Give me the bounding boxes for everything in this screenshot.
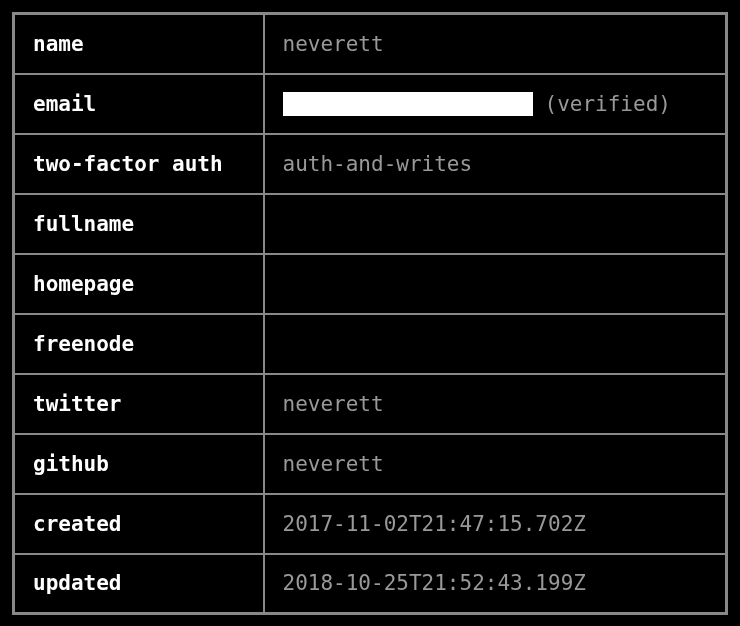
profile-table: name neverett email (verified) two-facto… [12,12,728,615]
table-row: updated 2018-10-25T21:52:43.199Z [14,554,727,614]
email-label: email [14,74,264,134]
table-row: freenode [14,314,727,374]
updated-label: updated [14,554,264,614]
table-row: homepage [14,254,727,314]
table-row: name neverett [14,14,727,74]
table-row: two-factor auth auth-and-writes [14,134,727,194]
name-label: name [14,14,264,74]
table-row: fullname [14,194,727,254]
table-row: github neverett [14,434,727,494]
homepage-label: homepage [14,254,264,314]
created-label: created [14,494,264,554]
two-factor-label: two-factor auth [14,134,264,194]
created-value: 2017-11-02T21:47:15.702Z [264,494,727,554]
freenode-label: freenode [14,314,264,374]
homepage-value [264,254,727,314]
github-label: github [14,434,264,494]
table-row: created 2017-11-02T21:47:15.702Z [14,494,727,554]
email-value: (verified) [264,74,727,134]
email-verified-badge: (verified) [545,92,671,116]
twitter-label: twitter [14,374,264,434]
freenode-value [264,314,727,374]
name-value: neverett [264,14,727,74]
table-row: twitter neverett [14,374,727,434]
fullname-value [264,194,727,254]
github-value: neverett [264,434,727,494]
table-row: email (verified) [14,74,727,134]
updated-value: 2018-10-25T21:52:43.199Z [264,554,727,614]
email-redacted-block [283,92,533,116]
two-factor-value: auth-and-writes [264,134,727,194]
fullname-label: fullname [14,194,264,254]
twitter-value: neverett [264,374,727,434]
